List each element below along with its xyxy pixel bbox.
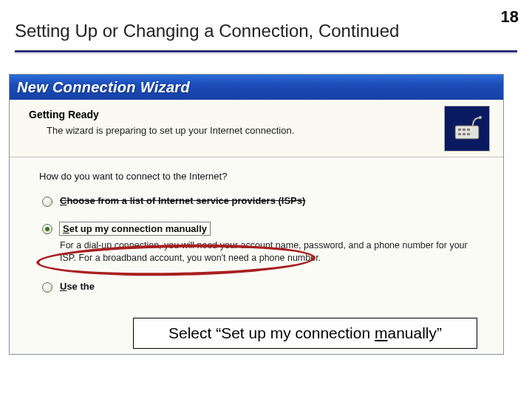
option-choose-isp[interactable]: Choose from a list of Internet service p… (60, 195, 474, 206)
banner-heading: Getting Ready (29, 109, 99, 120)
instruction-callout: Select “Set up my connection manually” (133, 318, 477, 349)
divider (15, 50, 517, 52)
radio-icon[interactable] (42, 282, 52, 293)
wizard-window: New Connection Wizard Getting Ready The … (9, 74, 504, 355)
slide-title: Setting Up or Changing a Connection, Con… (15, 21, 517, 41)
modem-device-icon (444, 106, 490, 151)
wizard-prompt: How do you want to connect to the Intern… (39, 171, 474, 182)
wizard-titlebar: New Connection Wizard (10, 75, 503, 100)
svg-rect-0 (455, 126, 479, 139)
radio-icon[interactable] (42, 197, 52, 207)
svg-point-8 (479, 116, 482, 119)
option-label: Use the (60, 281, 95, 292)
slide-header: Setting Up or Changing a Connection, Con… (0, 0, 532, 66)
svg-rect-2 (458, 129, 461, 131)
divider (15, 53, 517, 54)
option-label: Choose from a list of Internet service p… (60, 195, 305, 206)
svg-rect-4 (467, 129, 470, 131)
wizard-banner: Getting Ready The wizard is preparing to… (10, 100, 503, 157)
svg-rect-6 (463, 133, 466, 135)
callout-text: Select “Set up my connection manually” (168, 324, 442, 342)
svg-rect-5 (458, 133, 461, 135)
banner-subtext: The wizard is preparing to set up your I… (47, 125, 294, 136)
option-label: Set up my connection manually (60, 223, 210, 234)
wizard-title: New Connection Wizard (17, 79, 190, 96)
option-use-the[interactable]: Use the (60, 281, 474, 292)
option-description: For a dial-up connection, you will need … (60, 239, 474, 265)
radio-icon[interactable] (42, 224, 52, 234)
page-number: 18 (501, 7, 519, 27)
slide: Setting Up or Changing a Connection, Con… (0, 0, 532, 399)
svg-rect-3 (463, 129, 466, 131)
svg-rect-7 (467, 133, 470, 135)
option-setup-manually[interactable]: Set up my connection manually For a dial… (60, 222, 474, 265)
wizard-body: How do you want to connect to the Intern… (10, 157, 503, 292)
